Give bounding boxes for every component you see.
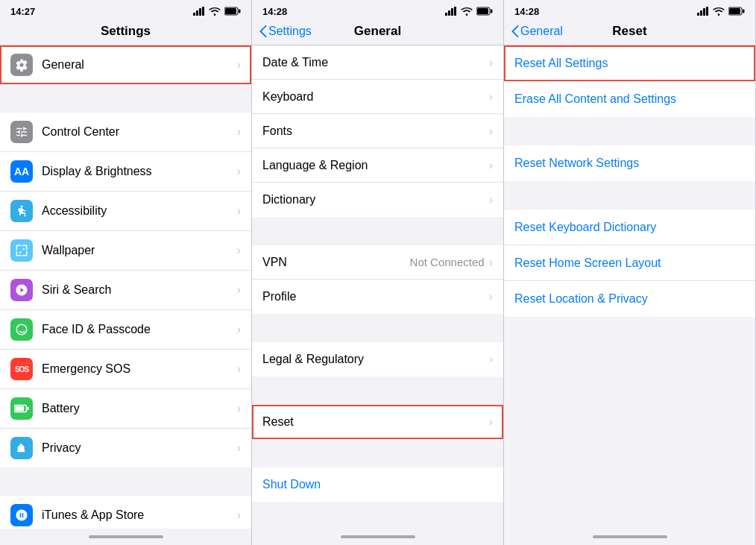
- general-sep-2: [252, 314, 503, 335]
- wifi-icon-3: [713, 7, 725, 16]
- svg-rect-16: [477, 8, 488, 14]
- general-item-date-time[interactable]: Date & Time ›: [252, 45, 503, 80]
- reset-location-label: Reset Location & Privacy: [514, 292, 745, 306]
- back-to-general[interactable]: General: [511, 25, 563, 38]
- wall-chevron: ›: [237, 244, 241, 257]
- siri-label: Siri & Search: [42, 283, 237, 297]
- siri-svg: [15, 283, 28, 297]
- reset-item-home-screen[interactable]: Reset Home Screen Layout: [504, 245, 755, 281]
- erase-all-label: Erase All Content and Settings: [514, 92, 745, 106]
- section-store: iTunes & App Store › Wallet & Apple Pay …: [0, 496, 251, 529]
- nav-title-reset: Reset: [612, 24, 646, 39]
- general-icon: [10, 54, 33, 76]
- faceid-chevron: ›: [237, 323, 241, 336]
- section-vpn: VPN Not Connected › Profile ›: [252, 245, 503, 314]
- reset-item-network[interactable]: Reset Network Settings: [504, 145, 755, 181]
- wallpaper-svg: [15, 244, 28, 257]
- wallpaper-icon: [10, 239, 33, 262]
- wifi-icon-2: [461, 7, 473, 16]
- section-shutdown: Shut Down: [252, 467, 503, 502]
- svg-rect-9: [15, 406, 24, 411]
- general-sep-3: [252, 377, 503, 397]
- settings-item-accessibility[interactable]: Accessibility ›: [0, 192, 251, 231]
- privacy-chevron: ›: [237, 441, 241, 455]
- lang-chevron: ›: [489, 159, 493, 172]
- battery-status-icon-2: [476, 7, 493, 16]
- general-item-fonts[interactable]: Fonts ›: [252, 114, 503, 148]
- settings-item-control-center[interactable]: Control Center ›: [0, 113, 251, 152]
- status-icons-1: [193, 7, 241, 16]
- control-center-label: Control Center: [42, 125, 237, 139]
- svg-point-7: [21, 206, 23, 208]
- back-chevron-icon-reset: [511, 25, 519, 37]
- reset-item-location-privacy[interactable]: Reset Location & Privacy: [504, 281, 755, 317]
- reset-sep-2: [504, 181, 755, 202]
- display-label: Display & Brightness: [42, 165, 237, 178]
- display-icon: AA: [10, 160, 33, 183]
- settings-item-faceid[interactable]: Face ID & Passcode ›: [0, 310, 251, 350]
- date-time-label: Date & Time: [262, 56, 489, 69]
- section-reset-all: Reset All Settings Erase All Content and…: [504, 45, 755, 117]
- general-item-legal[interactable]: Legal & Regulatory ›: [252, 342, 503, 377]
- back-to-settings[interactable]: Settings: [259, 25, 312, 38]
- faceid-label: Face ID & Passcode: [42, 323, 237, 336]
- general-item-dictionary[interactable]: Dictionary ›: [252, 183, 503, 217]
- reset-item-all-settings[interactable]: Reset All Settings: [504, 45, 755, 81]
- settings-item-wallpaper[interactable]: Wallpaper ›: [0, 231, 251, 271]
- settings-item-battery[interactable]: Battery ›: [0, 389, 251, 429]
- general-item-reset[interactable]: Reset ›: [252, 405, 503, 439]
- reset-keyboard-label: Reset Keyboard Dictionary: [514, 221, 745, 234]
- settings-item-general[interactable]: General ›: [0, 45, 251, 84]
- svg-rect-13: [451, 8, 453, 16]
- general-item-language[interactable]: Language & Region ›: [252, 148, 503, 183]
- reset-item-erase-all[interactable]: Erase All Content and Settings: [504, 81, 755, 117]
- svg-rect-1: [196, 10, 198, 16]
- general-item-vpn[interactable]: VPN Not Connected ›: [252, 245, 503, 280]
- sliders-svg: [15, 125, 28, 139]
- battery-chevron: ›: [237, 402, 241, 415]
- nav-bar-reset: General Reset: [504, 21, 755, 45]
- svg-rect-17: [491, 10, 493, 13]
- section-reset-item: Reset ›: [252, 405, 503, 439]
- general-label: General: [42, 58, 237, 72]
- general-item-keyboard[interactable]: Keyboard ›: [252, 80, 503, 114]
- settings-item-display[interactable]: AA Display & Brightness ›: [0, 152, 251, 192]
- wifi-icon: [209, 7, 221, 16]
- general-sep-4: [252, 439, 503, 460]
- vpn-label: VPN: [262, 256, 410, 269]
- settings-item-privacy[interactable]: Privacy ›: [0, 429, 251, 467]
- dict-chevron: ›: [489, 193, 493, 207]
- general-item-shutdown[interactable]: Shut Down: [252, 467, 503, 502]
- reset-list: Reset All Settings Erase All Content and…: [504, 45, 755, 529]
- accessibility-svg: [15, 204, 28, 218]
- status-bar-2: 14:28: [252, 0, 503, 21]
- privacy-svg: [15, 441, 28, 455]
- sos-chevron: ›: [237, 362, 241, 376]
- svg-rect-24: [743, 10, 745, 13]
- svg-rect-20: [703, 8, 705, 16]
- general-chevron: ›: [237, 58, 241, 72]
- separator-2: [0, 467, 251, 488]
- dictionary-label: Dictionary: [262, 193, 489, 207]
- legal-label: Legal & Regulatory: [262, 353, 489, 366]
- svg-rect-11: [445, 13, 447, 16]
- separator-1: [0, 84, 251, 105]
- svg-rect-6: [239, 10, 241, 13]
- language-label: Language & Region: [262, 159, 489, 172]
- reset-item-keyboard[interactable]: Reset Keyboard Dictionary: [504, 210, 755, 245]
- settings-item-sos[interactable]: SOS Emergency SOS ›: [0, 350, 251, 389]
- nav-title-settings: Settings: [101, 24, 151, 39]
- svg-rect-21: [706, 7, 708, 16]
- battery-status-icon-3: [728, 7, 745, 16]
- accessibility-icon: [10, 200, 33, 222]
- nav-title-general: General: [354, 24, 401, 39]
- general-item-profile[interactable]: Profile ›: [252, 280, 503, 314]
- reset-home-label: Reset Home Screen Layout: [514, 256, 745, 270]
- itunes-chevron: ›: [237, 508, 241, 522]
- shutdown-label: Shut Down: [262, 478, 493, 491]
- settings-item-itunes[interactable]: iTunes & App Store ›: [0, 496, 251, 529]
- settings-item-siri[interactable]: Siri & Search ›: [0, 271, 251, 310]
- settings-list: General › Control Center › AA Display & …: [0, 45, 251, 529]
- dt-chevron: ›: [489, 56, 493, 69]
- back-label-settings: Settings: [268, 25, 312, 38]
